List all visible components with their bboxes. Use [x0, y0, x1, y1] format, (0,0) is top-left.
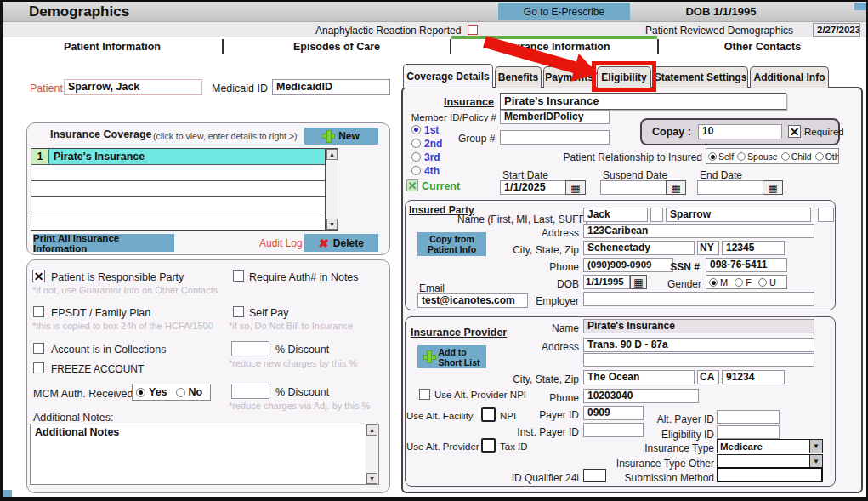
scroll-down-icon[interactable]: ▼	[366, 473, 377, 484]
copay-field[interactable]: 10	[698, 124, 782, 139]
use-alt-provider-checkbox[interactable]	[481, 438, 496, 453]
patient-name-field[interactable]: Sparrow, Jack	[64, 79, 202, 95]
tab-patient-information[interactable]: Patient Information	[3, 37, 222, 55]
provider-city-field[interactable]: The Ocean	[583, 370, 695, 384]
alt-payer-id-field[interactable]	[717, 410, 780, 424]
submission-method-field[interactable]	[717, 467, 823, 482]
relationship-spouse-radio[interactable]	[737, 152, 746, 161]
discount-new-field[interactable]	[231, 341, 269, 356]
mcm-yes-radio[interactable]	[136, 388, 145, 397]
insurance-type-other-dropdown[interactable]: ▼	[717, 454, 823, 468]
tab-insurance-information[interactable]: Insurance Information	[451, 37, 657, 55]
insurance-list-row-empty[interactable]	[31, 165, 325, 181]
ssn-field[interactable]: 098-76-5411	[706, 258, 787, 272]
provider-phone-label: Phone	[530, 392, 579, 404]
insured-state-field[interactable]: NY	[697, 241, 719, 255]
provider-zip-field[interactable]: 91234	[722, 370, 785, 384]
self-pay-checkbox[interactable]	[233, 306, 244, 317]
current-checkbox[interactable]: ✕	[406, 179, 418, 191]
start-date-field[interactable]: 1/1/2025	[500, 180, 566, 195]
mcm-no-radio[interactable]	[176, 388, 185, 397]
insurance-list-row-empty[interactable]	[31, 213, 325, 229]
provider-state-field[interactable]: CA	[697, 370, 719, 384]
scroll-up-icon[interactable]: ▲	[326, 149, 338, 160]
member-id-label: Member ID/Policy #	[406, 112, 496, 122]
scroll-down-icon[interactable]: ▼	[326, 219, 338, 230]
id-qualifier-field[interactable]	[583, 469, 606, 482]
provider-phone-field[interactable]: 10203040	[583, 389, 699, 403]
additional-notes-textarea[interactable]: Additional Notes ▲ ▼	[30, 424, 379, 485]
priority-2nd-radio[interactable]	[411, 139, 421, 148]
copay-required-checkbox[interactable]: ✕	[788, 125, 801, 138]
subtab-statement-settings[interactable]: Statement Settings	[653, 66, 748, 88]
insurance-list-row-empty[interactable]	[31, 197, 325, 213]
insured-last-name-field[interactable]: Sparrow	[666, 208, 811, 222]
tab-episodes-of-care[interactable]: Episodes of Care	[224, 37, 450, 55]
insured-address-field[interactable]: 123Caribean	[583, 224, 814, 238]
relationship-self-radio[interactable]	[708, 152, 717, 161]
insurance-list-row-empty[interactable]	[31, 181, 325, 197]
medicaid-id-field[interactable]: MedicaidID	[272, 79, 390, 95]
payer-id-field[interactable]: 0909	[583, 406, 644, 420]
chevron-down-icon[interactable]: ▼	[809, 440, 822, 453]
discount-new-label: % Discount	[275, 344, 329, 356]
subtab-coverage-details[interactable]: Coverage Details	[403, 64, 493, 88]
epsdt-checkbox[interactable]	[33, 306, 44, 317]
group-number-field[interactable]	[500, 130, 610, 145]
calendar-icon[interactable]: ▦	[565, 180, 586, 195]
inst-payer-id-field[interactable]	[583, 423, 644, 437]
calendar-icon[interactable]: ▦	[666, 180, 686, 195]
priority-1st-radio[interactable]	[411, 125, 421, 134]
add-to-short-list-button[interactable]: Add to Short List	[417, 345, 486, 368]
audit-log-link[interactable]: Audit Log	[259, 237, 303, 249]
tab-other-contacts[interactable]: Other Contacts	[659, 37, 866, 55]
anaphylactic-checkbox[interactable]	[468, 25, 478, 35]
require-auth-checkbox[interactable]	[233, 270, 244, 282]
relationship-other-radio[interactable]	[815, 152, 824, 161]
provider-address2-field[interactable]	[583, 353, 814, 367]
insurance-type-dropdown[interactable]: Medicare ▼	[717, 439, 823, 453]
insured-mi-field[interactable]	[650, 208, 663, 222]
insured-suffix-field[interactable]	[818, 208, 834, 222]
reviewed-date-field[interactable]: 2/27/2023	[813, 23, 860, 37]
subtab-additional-info[interactable]: Additional Info	[750, 66, 829, 88]
responsible-party-checkbox[interactable]: ✕	[32, 270, 45, 282]
new-insurance-button[interactable]: New	[304, 128, 378, 145]
eligibility-id-field[interactable]	[717, 425, 780, 439]
print-all-insurance-button[interactable]: Print All Insurance Information	[33, 234, 174, 252]
gender-u-radio[interactable]	[758, 278, 767, 287]
email-field[interactable]: test@icanotes.com	[417, 293, 528, 308]
gender-f-radio[interactable]	[735, 278, 743, 287]
use-alt-facility-checkbox[interactable]	[481, 407, 496, 422]
insurance-name-field[interactable]: Pirate's Insurance	[500, 93, 786, 110]
freeze-account-checkbox[interactable]	[33, 362, 44, 373]
employer-field[interactable]	[583, 292, 814, 306]
insured-first-name-field[interactable]: Jack	[583, 208, 648, 222]
insurance-list-row-selected[interactable]: 1 Pirate's Insurance	[31, 149, 325, 165]
discount-adj-field[interactable]	[231, 384, 269, 399]
insurance-list-scrollbar[interactable]: ▲ ▼	[326, 148, 338, 231]
gender-m-radio[interactable]	[709, 278, 718, 287]
suspend-date-field[interactable]	[600, 180, 667, 195]
collections-checkbox[interactable]	[33, 343, 44, 354]
scroll-up-icon[interactable]: ▲	[366, 424, 377, 436]
use-alt-provider-npi-checkbox[interactable]	[419, 389, 430, 400]
calendar-icon[interactable]: ▦	[763, 180, 783, 195]
notes-scrollbar[interactable]: ▲ ▼	[366, 424, 378, 484]
delete-insurance-button[interactable]: ✖ Delete	[304, 234, 378, 252]
relationship-child-radio[interactable]	[781, 152, 790, 161]
provider-address-field[interactable]: Trans. 90 D - 87a	[583, 338, 814, 352]
end-date-field[interactable]	[697, 180, 763, 195]
priority-4th-radio[interactable]	[411, 166, 421, 175]
subtab-payments[interactable]: Payments	[543, 66, 595, 88]
insured-city-field[interactable]: Schenectady	[583, 241, 695, 255]
priority-3rd-radio[interactable]	[411, 152, 421, 162]
chevron-down-icon[interactable]: ▼	[809, 455, 822, 467]
copy-from-patient-button[interactable]: Copy from Patient Info	[417, 232, 486, 256]
insured-zip-field[interactable]: 12345	[722, 241, 785, 255]
provider-name-field[interactable]: Pirate's Insurance	[583, 319, 814, 333]
go-to-eprescribe-button[interactable]: Go to E-Prescribe	[498, 3, 630, 20]
insured-dob-field[interactable]: 1/1/1995	[583, 275, 630, 289]
subtab-benefits[interactable]: Benefits	[495, 66, 542, 88]
member-id-field[interactable]: MemberIDPolicy	[500, 110, 610, 124]
